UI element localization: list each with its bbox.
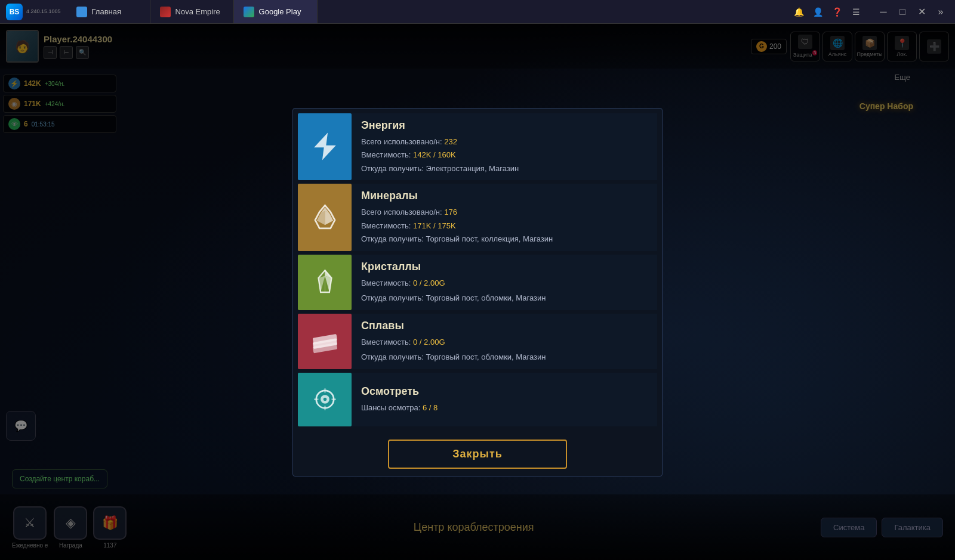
- tab-play-label: Google Play: [259, 7, 301, 16]
- svg-marker-4: [325, 276, 331, 292]
- tab-play-icon: [244, 7, 254, 17]
- energy-stat-2: Вместимость: 142K / 160K: [361, 149, 648, 161]
- minimize-button[interactable]: ─: [875, 4, 892, 20]
- maximize-button[interactable]: □: [894, 4, 911, 20]
- alloy-name: Сплавы: [361, 320, 648, 332]
- tab-home-icon: [76, 7, 87, 17]
- bluestacks-titlebar: BS 4.240.15.1005 Главная Nova Empire Goo…: [0, 0, 955, 24]
- tab-home[interactable]: Главная: [67, 0, 150, 23]
- svg-point-11: [323, 398, 326, 401]
- tab-nova[interactable]: Nova Empire: [150, 0, 234, 23]
- scout-item-info: Осмотреть Шансы осмотра: 6 / 8: [352, 373, 657, 426]
- tab-nova-label: Nova Empire: [175, 7, 220, 16]
- help-icon[interactable]: ❓: [830, 5, 844, 19]
- tab-nova-icon: [160, 7, 171, 17]
- alloy-stat-3: Откуда получить: Торговый пост, обломки,…: [361, 351, 648, 363]
- crystal-svg: [309, 266, 341, 299]
- scout-item-icon: [298, 373, 352, 426]
- mineral-item: Минералы Всего использовано/н: 176 Вмест…: [298, 184, 657, 251]
- account-icon[interactable]: 👤: [811, 5, 825, 19]
- bs-version: 4.240.15.1005: [26, 8, 61, 15]
- close-button[interactable]: ✕: [913, 4, 930, 20]
- mineral-svg: [309, 201, 341, 234]
- close-modal-button[interactable]: Закрыть: [388, 440, 567, 469]
- energy-item-info: Энергия Всего использовано/н: 232 Вмести…: [352, 113, 657, 181]
- modal-scroll-area[interactable]: Энергия Всего использовано/н: 232 Вмести…: [293, 109, 662, 435]
- energy-item: Энергия Всего использовано/н: 232 Вмести…: [298, 113, 657, 181]
- crystal-name: Кристаллы: [361, 261, 648, 273]
- tab-home-label: Главная: [92, 7, 121, 16]
- bluestacks-logo: BS 4.240.15.1005: [0, 4, 67, 20]
- energy-item-icon: [298, 113, 352, 181]
- scout-stat-1: Шансы осмотра: 6 / 8: [361, 402, 648, 414]
- energy-stat-1: Всего использовано/н: 232: [361, 136, 648, 148]
- scout-name: Осмотреть: [361, 385, 648, 398]
- menu-icon[interactable]: ☰: [849, 5, 863, 19]
- mineral-item-info: Минералы Всего использовано/н: 176 Вмест…: [352, 184, 657, 251]
- alloy-item-info: Сплавы Вместимость: 0 / 2.00G Откуда пол…: [352, 314, 657, 369]
- notification-icon[interactable]: 🔔: [791, 5, 806, 19]
- energy-stat-3: Откуда получить: Электростанция, Магазин: [361, 163, 648, 175]
- mineral-name: Минералы: [361, 190, 648, 202]
- window-controls: ─ □ ✕ »: [869, 4, 955, 20]
- mineral-stat-3: Откуда получить: Торговый пост, коллекци…: [361, 233, 648, 245]
- bs-logo-icon: BS: [6, 4, 23, 20]
- resource-info-modal: Энергия Всего использовано/н: 232 Вмести…: [292, 108, 663, 477]
- crystal-item-icon: [298, 255, 352, 310]
- more-button[interactable]: »: [932, 4, 949, 20]
- svg-marker-0: [314, 133, 336, 160]
- alloy-svg: [309, 325, 341, 358]
- svg-marker-3: [318, 276, 325, 292]
- mineral-stat-1: Всего использовано/н: 176: [361, 206, 648, 218]
- tab-google-play[interactable]: Google Play: [234, 0, 318, 23]
- crystal-stat-1: Вместимость: 0 / 2.00G: [361, 277, 648, 289]
- energy-svg: [309, 130, 341, 163]
- browser-tabs: Главная Nova Empire Google Play: [67, 0, 785, 23]
- alloy-stat-1: Вместимость: 0 / 2.00G: [361, 336, 648, 348]
- mineral-item-icon: [298, 184, 352, 251]
- crystal-stat-3: Откуда получить: Торговый пост, обломки,…: [361, 292, 648, 304]
- alloy-item: Сплавы Вместимость: 0 / 2.00G Откуда пол…: [298, 314, 657, 369]
- crystal-item: Кристаллы Вместимость: 0 / 2.00G Откуда …: [298, 255, 657, 310]
- scout-item: Осмотреть Шансы осмотра: 6 / 8: [298, 373, 657, 426]
- game-ui: 🧑 Player.24044300 ⊣ ⊢ 🔍 G 200 🛡 Защита3: [0, 24, 955, 560]
- scout-svg: [309, 383, 341, 416]
- mineral-stat-2: Вместимость: 171K / 175K: [361, 220, 648, 232]
- bs-right-icons: 🔔 👤 ❓ ☰: [785, 5, 869, 19]
- energy-name: Энергия: [361, 119, 648, 132]
- alloy-item-icon: [298, 314, 352, 369]
- crystal-item-info: Кристаллы Вместимость: 0 / 2.00G Откуда …: [352, 255, 657, 310]
